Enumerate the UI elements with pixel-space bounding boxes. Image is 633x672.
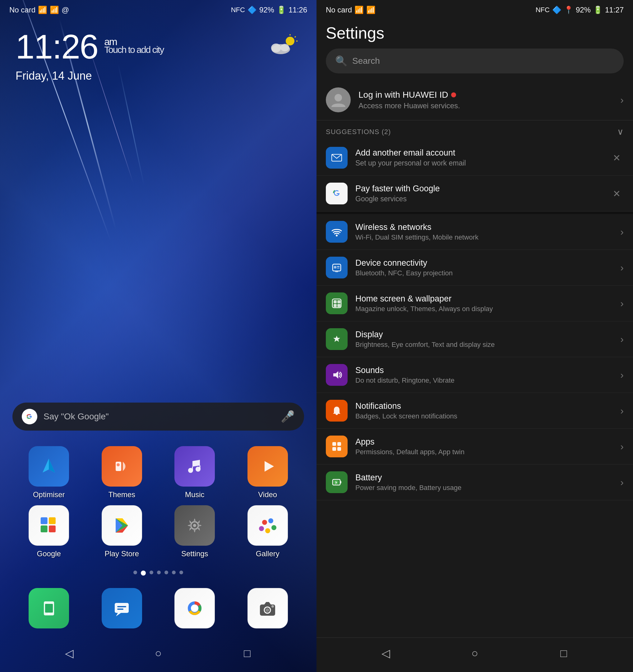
suggestions-header[interactable]: SUGGESTIONS (2) ∨ [316, 120, 633, 140]
music-icon [174, 446, 215, 486]
dock-messages[interactable] [88, 588, 155, 628]
page-dot-5 [164, 571, 168, 574]
settings-battery[interactable]: Battery Power saving mode, Battery usage… [316, 464, 633, 500]
display-text: Display Brightness, Eye comfort, Text an… [355, 330, 612, 349]
svg-point-25 [268, 518, 273, 523]
clock-area: 11:26 am Touch to add city Friday, 14 Ju… [0, 18, 316, 89]
svg-rect-52 [337, 300, 340, 303]
wireless-chevron: › [620, 226, 624, 238]
svg-marker-32 [116, 613, 121, 616]
settings-apps[interactable]: Apps Permissions, Default apps, App twin… [316, 429, 633, 464]
phone-icon [29, 588, 69, 628]
bluetooth-icon-left: 🔷 [248, 6, 257, 14]
suggestion-email-text: Add another email account Set up your pe… [355, 148, 602, 167]
svg-point-6 [280, 44, 289, 51]
home-button-left[interactable]: ○ [149, 644, 168, 663]
wireless-text: Wireless & networks Wi-Fi, Dual SIM sett… [355, 222, 612, 241]
app-video[interactable]: Video [234, 446, 301, 499]
dock-camera[interactable] [234, 588, 301, 628]
settings-display[interactable]: Display Brightness, Eye comfort, Text an… [316, 321, 633, 357]
notifications-subtitle: Badges, Lock screen notifications [355, 412, 612, 420]
dock-chrome[interactable] [161, 588, 228, 628]
sounds-title: Sounds [355, 365, 612, 375]
settings-notifications[interactable]: Notifications Badges, Lock screen notifi… [316, 393, 633, 429]
clock-date: Friday, 14 June [16, 69, 301, 82]
svg-rect-29 [45, 604, 53, 613]
suggestions-chevron[interactable]: ∨ [617, 127, 624, 137]
clock-ampm: am Touch to add city [104, 36, 163, 55]
svg-point-40 [265, 608, 269, 612]
settings-wireless[interactable]: Wireless & networks Wi-Fi, Dual SIM sett… [316, 214, 633, 250]
app-music[interactable]: Music [161, 446, 228, 499]
settings-title: Settings [326, 24, 624, 42]
notification-dot [451, 92, 456, 97]
recents-button-right[interactable]: □ [554, 644, 573, 663]
dock-phone[interactable] [16, 588, 82, 628]
svg-rect-14 [41, 518, 48, 524]
settings-sounds[interactable]: Sounds Do not disturb, Ringtone, Vibrate… [316, 357, 633, 393]
weather-icon [270, 34, 298, 57]
display-chevron: › [620, 334, 624, 345]
svg-point-30 [48, 613, 50, 615]
messages-icon [102, 588, 142, 628]
svg-point-41 [272, 605, 274, 607]
settings-search-placeholder: Search [352, 56, 380, 66]
battery-icon-right: 🔋 [593, 6, 603, 14]
suggestion-email-close[interactable]: ✕ [610, 149, 624, 166]
sounds-subtitle: Do not disturb, Ringtone, Vibrate [355, 377, 612, 385]
back-button-left[interactable]: ◁ [60, 644, 79, 663]
location-icon: @ [61, 6, 69, 14]
app-optimiser[interactable]: Optimiser [16, 446, 82, 499]
suggestion-googlepay-title: Pay faster with Google [355, 184, 602, 193]
settings-search-box[interactable]: 🔍 Search [326, 49, 624, 73]
chrome-icon [174, 588, 215, 628]
app-grid: Optimiser Themes [0, 440, 316, 565]
apps-title: Apps [355, 437, 612, 447]
wifi-icon: 📶 [50, 6, 59, 14]
google-search-bar[interactable]: Say "Ok Google" 🎤 [0, 403, 316, 431]
divider-1 [316, 212, 633, 214]
app-google[interactable]: Google [16, 505, 82, 558]
battery-chevron: › [620, 477, 624, 488]
recents-button-left[interactable]: □ [238, 644, 256, 663]
clock-time: 11:26 am Touch to add city [16, 27, 301, 66]
svg-rect-17 [49, 526, 56, 532]
connectivity-text: Device connectivity Bluetooth, NFC, Easy… [355, 258, 612, 277]
account-chevron: › [620, 94, 624, 106]
connectivity-title: Device connectivity [355, 258, 612, 268]
svg-rect-31 [115, 603, 129, 613]
suggestion-googlepay-text: Pay faster with Google Google services [355, 184, 602, 203]
battery-icon-left: 🔋 [277, 6, 286, 14]
suggestion-email[interactable]: Add another email account Set up your pe… [316, 140, 633, 176]
themes-icon [102, 446, 142, 486]
back-button-right[interactable]: ◁ [377, 644, 395, 663]
status-right-left: NFC 🔷 92% 🔋 11:26 [231, 6, 307, 14]
svg-rect-51 [334, 300, 337, 303]
app-settings[interactable]: Settings [161, 505, 228, 558]
page-dot-4 [157, 571, 161, 574]
display-subtitle: Brightness, Eye comfort, Text and displa… [355, 341, 612, 349]
settings-connectivity[interactable]: Device connectivity Bluetooth, NFC, Easy… [316, 250, 633, 286]
optimiser-label: Optimiser [33, 490, 65, 499]
account-row[interactable]: Log in with HUAWEI ID Access more Huawei… [316, 80, 633, 120]
app-playstore[interactable]: Play Store [88, 505, 155, 558]
settings-homescreen[interactable]: Home screen & wallpaper Magazine unlock,… [316, 286, 633, 321]
suggestion-googlepay-close[interactable]: ✕ [610, 185, 624, 202]
suggestion-googlepay[interactable]: Pay faster with Google Google services ✕ [316, 176, 633, 212]
app-gallery[interactable]: Gallery [234, 505, 301, 558]
nav-bar-right: ◁ ○ □ [316, 638, 633, 672]
video-icon [248, 446, 288, 486]
homescreen-chevron: › [620, 298, 624, 309]
nav-bar-left: ◁ ○ □ [0, 638, 316, 672]
bluetooth-icon-right: 🔷 [552, 6, 561, 14]
app-themes[interactable]: Themes [88, 446, 155, 499]
sounds-text: Sounds Do not disturb, Ringtone, Vibrate [355, 365, 612, 385]
svg-point-42 [334, 94, 342, 101]
apps-chevron: › [620, 441, 624, 452]
sounds-chevron: › [620, 369, 624, 381]
svg-rect-58 [332, 447, 336, 451]
home-button-right[interactable]: ○ [465, 644, 484, 663]
signal-icon-right: 📶 [354, 6, 364, 14]
mic-icon[interactable]: 🎤 [281, 410, 295, 423]
wireless-title: Wireless & networks [355, 222, 612, 232]
